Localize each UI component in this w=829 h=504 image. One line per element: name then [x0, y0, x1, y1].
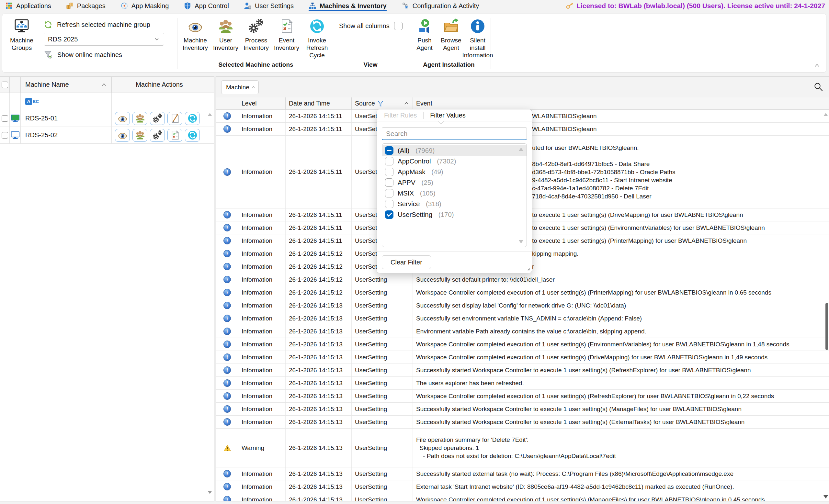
- event-row[interactable]: iInformation26-1-2026 14:15:13UserSettin…: [216, 390, 829, 403]
- panel-splitter[interactable]: [214, 76, 216, 501]
- show-online-machines-button[interactable]: Show online machines: [44, 50, 122, 59]
- machine-action-gears-icon[interactable]: [150, 129, 165, 142]
- event-row[interactable]: iInformation26-1-2026 14:15:13UserSettin…: [216, 377, 829, 390]
- machine-action-doc-check-icon[interactable]: [168, 129, 182, 142]
- group-by-machine-chip[interactable]: Machine: [221, 80, 259, 94]
- machine-checkbox[interactable]: [2, 132, 8, 139]
- filter-funnel-icon[interactable]: [377, 100, 384, 107]
- event-header-label: Event: [416, 100, 432, 107]
- event-row[interactable]: iInformation26-1-2026 14:15:13UserSettin…: [216, 403, 829, 416]
- events-header-row: Level Date and Time Source Event: [216, 98, 829, 110]
- push-agent-icon: [417, 18, 432, 34]
- filter-value-item-service[interactable]: Service (318): [382, 198, 527, 209]
- event-row[interactable]: iInformation26-1-2026 14:15:12UserSettin…: [216, 273, 829, 286]
- event-row[interactable]: iInformation26-1-2026 14:15:13UserSettin…: [216, 467, 829, 480]
- filter-value-item-appmask[interactable]: AppMask (49): [382, 166, 527, 177]
- scrollbar-thumb[interactable]: [825, 303, 828, 350]
- show-all-columns-toggle[interactable]: Show all columns: [339, 22, 402, 30]
- menu-item-label: Applications: [16, 2, 51, 10]
- menu-item-packages[interactable]: Packages: [66, 0, 106, 12]
- machine-name-filter-cell[interactable]: ABC: [21, 93, 112, 110]
- show-all-columns-checkbox[interactable]: [394, 22, 402, 30]
- machine-action-refresh-cyan-icon[interactable]: [185, 129, 200, 142]
- event-row[interactable]: iInformation26-1-2026 14:15:13UserSettin…: [216, 493, 829, 501]
- menu-item-configuration-activity[interactable]: Configuration & Activity: [402, 0, 479, 12]
- filter-value-checkbox[interactable]: [385, 178, 393, 187]
- event-text-line: Skipped operations: 1: [416, 444, 616, 452]
- datetime-column-header[interactable]: Date and Time: [286, 98, 352, 109]
- machine-name-cell[interactable]: RDS-25-02: [21, 127, 112, 143]
- menu-item-applications[interactable]: Applications: [5, 0, 51, 12]
- select-all-checkbox[interactable]: [2, 82, 8, 88]
- event-row[interactable]: iInformation26-1-2026 14:15:13UserSettin…: [216, 338, 829, 351]
- filter-value-checkbox[interactable]: [385, 189, 393, 197]
- event-row[interactable]: iInformation26-1-2026 14:15:13UserSettin…: [216, 416, 829, 429]
- filter-search-input[interactable]: [382, 127, 527, 140]
- menu-item-app-masking[interactable]: App Masking: [120, 0, 169, 12]
- menu-item-machines-inventory[interactable]: Machines & Inventory: [309, 0, 387, 12]
- clear-filter-button[interactable]: Clear Filter: [382, 256, 431, 269]
- machine-row[interactable]: RDS-25-02: [0, 127, 214, 144]
- list-scroll-down-arrow[interactable]: [519, 240, 523, 243]
- machine-action-refresh-cyan-icon[interactable]: [185, 112, 200, 125]
- event-text: Successfully started Workspace Controlle…: [416, 367, 751, 374]
- machine-action-doc-edit-icon[interactable]: [168, 112, 182, 125]
- event-row[interactable]: iInformation26-1-2026 14:15:13UserSettin…: [216, 364, 829, 377]
- filter-value-item-msix[interactable]: MSIX (105): [382, 188, 527, 198]
- scroll-down-arrow[interactable]: [824, 495, 828, 499]
- refresh-machine-group-button[interactable]: Refresh selected machine group: [44, 21, 150, 29]
- event-row[interactable]: iInformation26-1-2026 14:15:13UserSettin…: [216, 325, 829, 338]
- ribbon-button-silent-install-information[interactable]: Silent installInformation: [462, 18, 493, 59]
- filter-value-item-all[interactable]: (All) (7969): [382, 145, 527, 156]
- machine-name-column-header[interactable]: Machine Name: [21, 77, 112, 92]
- machine-action-eye-icon[interactable]: [115, 129, 130, 142]
- filter-value-item-usersetting[interactable]: UserSetting (170): [382, 209, 527, 220]
- list-scroll-up-arrow[interactable]: [519, 148, 523, 151]
- filter-value-checkbox[interactable]: [385, 146, 393, 155]
- event-row[interactable]: iInformation26-1-2026 14:15:12UserSettin…: [216, 286, 829, 299]
- ribbon-button-process-inventory[interactable]: ProcessInventory: [241, 18, 272, 51]
- scroll-down-arrow[interactable]: [208, 491, 212, 494]
- event-datetime-cell: 26-1-2026 14:15:12: [286, 247, 352, 260]
- filter-value-item-appcontrol[interactable]: AppControl (7302): [382, 156, 527, 166]
- event-row[interactable]: iInformation26-1-2026 14:15:13UserSettin…: [216, 351, 829, 364]
- event-source-cell: UserSetting: [352, 403, 413, 415]
- event-row[interactable]: iInformation26-1-2026 14:15:13UserSettin…: [216, 299, 829, 312]
- machine-action-users-icon[interactable]: [133, 112, 147, 125]
- tab-filter-values[interactable]: Filter Values: [430, 112, 466, 119]
- filter-value-checkbox[interactable]: [385, 168, 393, 176]
- machine-action-eye-icon[interactable]: [115, 112, 130, 125]
- machine-group-select[interactable]: RDS 2025: [44, 33, 164, 46]
- ribbon-button-user-inventory[interactable]: UserInventory: [210, 18, 241, 51]
- ribbon-button-machine-inventory[interactable]: MachineInventory: [180, 18, 211, 51]
- event-row[interactable]: Warning26-1-2026 14:15:13UserSettingFile…: [216, 429, 829, 467]
- resize-grip[interactable]: [526, 267, 530, 271]
- tab-filter-rules[interactable]: Filter Rules: [384, 112, 417, 119]
- menu-item-app-control[interactable]: App Control: [184, 0, 229, 12]
- machine-actions-filter-cell[interactable]: [112, 93, 207, 110]
- ribbon-button-event-inventory[interactable]: EventInventory: [271, 18, 302, 51]
- search-icon[interactable]: [814, 82, 823, 91]
- event-row[interactable]: iInformation26-1-2026 14:15:13UserSettin…: [216, 312, 829, 325]
- machine-action-users-icon[interactable]: [133, 129, 147, 142]
- machine-action-gears-icon[interactable]: [150, 112, 165, 125]
- event-level-cell: Information: [238, 208, 286, 221]
- filter-value-checkbox[interactable]: [385, 200, 393, 208]
- source-column-header[interactable]: Source: [352, 98, 413, 109]
- machine-checkbox[interactable]: [2, 115, 8, 122]
- ribbon-button-invoke-refresh-cycle[interactable]: InvokeRefresh Cycle: [301, 18, 332, 59]
- level-header-label: Level: [242, 100, 257, 107]
- scroll-up-arrow[interactable]: [208, 113, 212, 116]
- event-row[interactable]: iInformation26-1-2026 14:15:13UserSettin…: [216, 480, 829, 493]
- event-column-header[interactable]: Event: [413, 98, 829, 109]
- filter-value-checkbox[interactable]: [385, 210, 393, 219]
- filter-value-item-appv[interactable]: APPV (25): [382, 177, 527, 188]
- machine-groups-button[interactable]: Machine Groups: [5, 18, 38, 51]
- machine-name-cell[interactable]: RDS-25-01: [21, 110, 112, 126]
- menu-item-user-settings[interactable]: User Settings: [244, 0, 294, 12]
- machine-row[interactable]: RDS-25-01: [0, 110, 214, 127]
- ribbon-collapse-chevron-icon[interactable]: [814, 63, 820, 69]
- filter-value-checkbox[interactable]: [385, 157, 393, 165]
- level-column-header[interactable]: Level: [238, 98, 286, 109]
- scroll-up-arrow[interactable]: [824, 113, 828, 116]
